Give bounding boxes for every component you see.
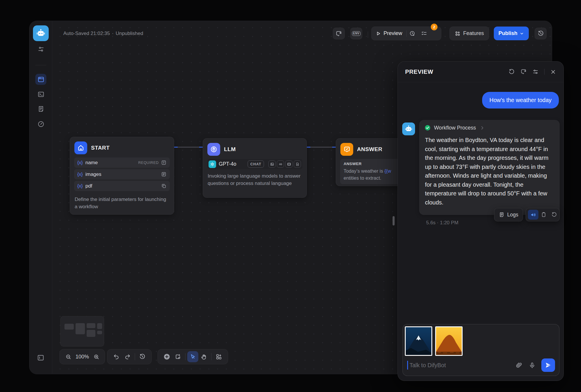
workflow-process-row[interactable]: Workflow Process (419, 120, 560, 133)
toolbar-divider (135, 353, 135, 360)
env-button[interactable]: ENV (350, 28, 362, 39)
sidebar-item-api[interactable] (29, 91, 52, 98)
send-button[interactable] (541, 358, 555, 372)
home-icon (74, 141, 87, 154)
answer-icon (340, 143, 353, 156)
text-input-icon (161, 160, 167, 165)
llm-model-row[interactable]: GPT-4o CHAT (207, 159, 302, 169)
zoom-in-button[interactable] (91, 351, 102, 362)
features-label: Features (463, 30, 484, 36)
attached-images (403, 324, 559, 358)
paragraph-icon (161, 172, 167, 177)
features-button[interactable]: Features (449, 27, 489, 40)
node-description: Define the initial parameters for launch… (70, 192, 174, 210)
text-caret (407, 361, 408, 370)
version-history-button[interactable] (535, 28, 547, 39)
close-icon[interactable] (550, 69, 556, 75)
preview-button[interactable]: Preview (372, 30, 406, 36)
user-message-bubble: How's the weather today (482, 92, 559, 108)
node-start[interactable]: START {x} name REQUIRED {x} images {x} p (70, 137, 174, 215)
run-history-icon[interactable] (407, 28, 418, 39)
field-name: name (85, 160, 98, 166)
success-check-icon (424, 125, 431, 131)
window-icon (37, 76, 45, 83)
zoom-out-button[interactable] (63, 351, 74, 362)
orchestrate-settings-icon[interactable] (29, 46, 52, 53)
variable-icon: {x} (77, 172, 83, 177)
preview-header: PREVIEW (398, 62, 564, 82)
checklist-button[interactable] (418, 28, 430, 39)
sidebar-item-orchestrate[interactable] (35, 74, 46, 85)
collapse-sidebar-icon[interactable] (37, 354, 45, 362)
start-field-pdf: {x} pdf (74, 181, 170, 191)
add-note-button[interactable] (172, 351, 183, 362)
node-title: ANSWER (357, 146, 382, 153)
copy-button[interactable] (538, 210, 549, 220)
chat-mode-badge: CHAT (248, 160, 264, 168)
logs-label: Logs (507, 212, 518, 218)
edge-llm-answer (307, 147, 336, 148)
organize-nodes-button[interactable] (213, 351, 224, 362)
preview-panel: PREVIEW How's the weather today Wor (398, 61, 564, 381)
annotation-button[interactable] (333, 28, 345, 39)
autosave-text: Auto-Saved 21:02:35 (63, 31, 110, 36)
zoom-level[interactable]: 100% (76, 354, 89, 360)
robot-icon (36, 28, 46, 38)
variable-icon: {x} (77, 183, 83, 189)
app-icon[interactable] (33, 25, 49, 41)
attach-file-icon[interactable] (516, 362, 522, 369)
workflow-process-label: Workflow Process (434, 125, 476, 131)
undo-button[interactable] (111, 351, 122, 362)
field-name: pdf (85, 183, 92, 189)
model-capability-badges (268, 160, 301, 168)
chevron-right-icon (480, 125, 485, 130)
sidebar-item-monitoring[interactable] (29, 120, 52, 128)
publish-label: Publish (498, 30, 517, 36)
play-icon (376, 31, 381, 36)
workflow-history-button[interactable] (137, 351, 148, 362)
canvas-tools (158, 349, 228, 364)
start-field-images: {x} images (74, 169, 170, 179)
add-node-button[interactable] (161, 351, 172, 362)
restart-conversation-icon[interactable] (508, 69, 515, 75)
audio-icon (277, 160, 284, 168)
chat-input[interactable] (409, 362, 516, 369)
llm-icon (207, 143, 220, 156)
chevron-down-icon (519, 31, 524, 36)
zoom-controls: 100% (60, 349, 105, 364)
pointer-mode-button[interactable] (187, 351, 198, 362)
checklist-badge: 2 (431, 24, 438, 30)
topbar-divider (368, 32, 368, 38)
panel-resize-handle[interactable] (393, 216, 395, 225)
microphone-icon[interactable] (529, 362, 536, 369)
publish-button[interactable]: Publish (494, 27, 529, 40)
bot-avatar (402, 123, 415, 135)
message-meta: 5.6s · 1:20 PM (426, 220, 459, 226)
node-llm[interactable]: LLM GPT-4o CHAT (203, 138, 307, 198)
preview-label: Preview (384, 30, 402, 36)
chat-input-row (407, 358, 555, 372)
features-icon (455, 31, 461, 36)
model-name: GPT-4o (219, 161, 236, 167)
logs-button[interactable]: Logs (494, 212, 523, 218)
speaker-button[interactable] (528, 210, 538, 220)
attachment-sunset-mountain[interactable] (435, 326, 463, 356)
sidebar-item-logs[interactable] (29, 105, 52, 113)
undo-redo-controls (107, 349, 152, 364)
node-title: START (91, 145, 110, 151)
logs-icon (499, 212, 505, 218)
node-description: Invoking large language models to answer… (203, 169, 307, 187)
annotation-icon[interactable] (520, 69, 527, 75)
node-title: LLM (224, 146, 236, 153)
minimap[interactable] (60, 316, 104, 346)
edge-start-llm (174, 147, 203, 148)
redo-button[interactable] (122, 351, 133, 362)
regenerate-button[interactable] (549, 210, 559, 220)
sidebar-divider (35, 65, 46, 65)
bot-message-card: Workflow Process The weather in Boydton,… (419, 120, 560, 215)
attachment-night-mountain[interactable] (405, 326, 432, 356)
settings-icon[interactable] (532, 69, 539, 75)
start-field-name: {x} name REQUIRED (74, 158, 170, 168)
answer-text-prefix: Today’s weather is (344, 168, 384, 174)
hand-mode-button[interactable] (198, 351, 209, 362)
